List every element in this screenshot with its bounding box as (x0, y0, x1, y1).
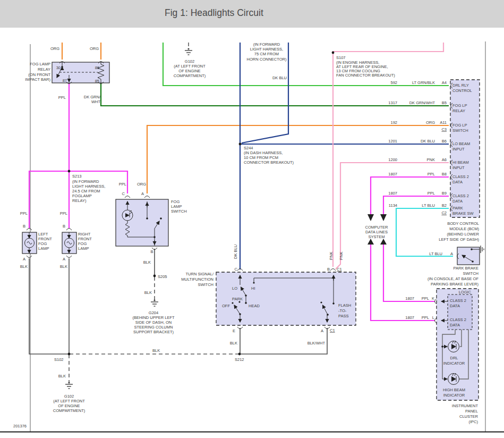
relay-caption: RELAY (38, 67, 50, 72)
bcm-circuit: 1201 (388, 139, 397, 144)
bcm-pin: B6 (442, 139, 447, 144)
relay-pin-85: 85 (95, 79, 99, 83)
forward-harness-note: LIGHT HARNESS, (250, 47, 283, 52)
svg-text:PARK BRAKE: PARK BRAKE (454, 266, 479, 271)
bcm-wire-color: LT BLU (422, 203, 435, 208)
drl-indicator-label: INDICATOR (443, 361, 465, 366)
svg-text:SWITCH: SWITCH (463, 271, 479, 276)
wire-label-blk-fogswitch: BLK (143, 260, 151, 265)
svg-text:G102: G102 (64, 394, 74, 399)
park-brake-pin-a: A (450, 251, 453, 256)
ground-g102-top-id: G102 (185, 59, 194, 64)
park-brake-caption: PARK BRAKE SWITCH (IN CONSOLE, AT BASE O… (428, 266, 479, 287)
fog-switch-pin-c: C (122, 191, 125, 196)
bcm-pin: B8 (442, 172, 447, 176)
splice-s244-id: S244 (244, 146, 253, 150)
svg-text:FOG LP: FOG LP (452, 103, 467, 108)
wire-label-ppl-relay: PPL (58, 95, 66, 100)
splice-s244-note: CONNECTOR BREAKOUT) (244, 160, 294, 165)
svg-text:(IPC): (IPC) (469, 419, 479, 424)
fog-switch-caption: LAMP (171, 204, 182, 209)
fog-switch-pin-b: B (150, 249, 153, 254)
wire-label-ppl-switch: PPL (119, 182, 126, 187)
turn-switch-hi: HI (251, 286, 255, 291)
svg-text:MODULE (BCM): MODULE (BCM) (449, 226, 479, 231)
wire-label-blk-dash: BLK (152, 348, 160, 353)
svg-text:SWITCH: SWITCH (452, 128, 468, 133)
splice-s213-note: 24.5 CM FROM (72, 189, 100, 193)
bcm-pin: A11 (440, 120, 447, 125)
turn-switch-caption: TURN SIGNAL/ MULTIFUNCTION SWITCH (181, 272, 214, 287)
svg-text:CLUSTER: CLUSTER (459, 414, 479, 419)
left-lamp-pin-a: A (23, 257, 25, 262)
svg-text:FOG: FOG (78, 241, 87, 246)
svg-text:1807: 1807 (405, 296, 414, 301)
splice-s213-note: FOGLAMP (72, 193, 92, 198)
wire-label-blk-right: BLK (60, 264, 67, 269)
bcm-circuit: 1807 (388, 172, 397, 176)
bcm-pin: B5 (442, 100, 447, 105)
wire-label-dkgrnwht: WHT (91, 99, 100, 104)
wire-lt-grn-blk (163, 43, 449, 86)
turn-switch-flash: -TO- (338, 308, 347, 313)
relay-pin-87: 87 (63, 78, 67, 83)
bcm-pin: B2 (442, 203, 447, 208)
turn-switch-pin-a: A (321, 328, 323, 333)
splice-s205-id: S205 (158, 274, 167, 279)
svg-text:COMPUTER: COMPUTER (365, 225, 389, 230)
ground-g102-top-icon (185, 48, 192, 55)
svg-text:FOG: FOG (38, 241, 47, 246)
splice-s107-id: S107 (336, 55, 346, 60)
turn-switch-off: OFF (222, 304, 230, 308)
svg-text:PANEL: PANEL (465, 409, 478, 414)
turn-switch-conn-c1-bottom: C1 (330, 328, 335, 333)
bcm-pin: A4 (442, 80, 447, 85)
svg-text:(IN CONSOLE, AT BASE OF: (IN CONSOLE, AT BASE OF (428, 276, 479, 281)
splice-s213-note: LIGHT HARNESS, (72, 184, 105, 189)
bcm-wire-color: LT GRN/BLK (412, 80, 435, 85)
svg-text:LEFT SIDE OF DASH): LEFT SIDE OF DASH) (439, 237, 479, 242)
left-lamp-caption: LEFT FRONT FOG LAMP (38, 232, 52, 251)
splice-s213-note: RELAY) (72, 198, 87, 203)
svg-text:STEERING COLUMN: STEERING COLUMN (134, 325, 173, 330)
svg-text:OF ENGINE: OF ENGINE (58, 403, 80, 408)
bcm-wire-color: PPL (428, 172, 435, 176)
svg-text:CLASS 2: CLASS 2 (450, 317, 466, 322)
svg-text:TURN SIGNAL/: TURN SIGNAL/ (185, 272, 213, 276)
svg-text:SIDE OF DASH, ON: SIDE OF DASH, ON (135, 320, 172, 325)
svg-text:BRAKE SW: BRAKE SW (452, 211, 474, 216)
ground-g102-top-note: COMPARTMENT) (174, 73, 206, 78)
turn-switch-park: PARK (232, 297, 243, 301)
turn-switch-pin-c: C (235, 267, 238, 272)
bcm-wire-color: PPL (428, 191, 435, 196)
ground-g102-top-note: OF ENGINE (178, 69, 200, 73)
svg-text:FRONT: FRONT (38, 237, 52, 241)
svg-text:LO BEAM: LO BEAM (452, 141, 470, 146)
wire-label-org-1: ORG (50, 46, 59, 51)
svg-text:DRL RLY: DRL RLY (452, 83, 469, 88)
right-lamp-caption: RIGHT FRONT FOG LAMP (78, 232, 92, 251)
right-lamp-pin-a: A (63, 257, 65, 262)
svg-text:L: L (432, 315, 434, 320)
svg-text:(BEHIND LOWER: (BEHIND LOWER (447, 232, 480, 237)
diagram-number: 201376 (13, 424, 27, 428)
wire-label-dkblu-top: DK BLU (272, 75, 287, 80)
svg-text:LAMP: LAMP (78, 246, 89, 251)
svg-text:1807: 1807 (405, 315, 414, 320)
wire-label-dkgrnwht: DK GRN/ (84, 95, 101, 99)
svg-text:INPUT: INPUT (452, 147, 465, 151)
svg-text:INPUT: INPUT (452, 165, 465, 170)
fog-switch-caption: FOG (171, 199, 180, 204)
bcm-circuit: 1134 (389, 203, 397, 208)
bcm-circuit: 1807 (388, 191, 397, 196)
svg-text:CLASS 2: CLASS 2 (450, 298, 466, 303)
wire-label-ppl-left: PPL (20, 211, 28, 216)
svg-text:PARKING BRAKE LEVER): PARKING BRAKE LEVER) (431, 282, 479, 287)
splice-s102-id: S102 (54, 357, 64, 362)
svg-text:SWITCH: SWITCH (198, 282, 213, 287)
computer-data-lines-label: COMPUTER DATA LINES SYSTEM (365, 225, 389, 239)
left-lamp-pin-b: B (23, 224, 25, 229)
ground-g204-icon (151, 299, 158, 306)
svg-text:DATA: DATA (450, 304, 460, 308)
svg-text:DATA LINES: DATA LINES (365, 230, 388, 234)
